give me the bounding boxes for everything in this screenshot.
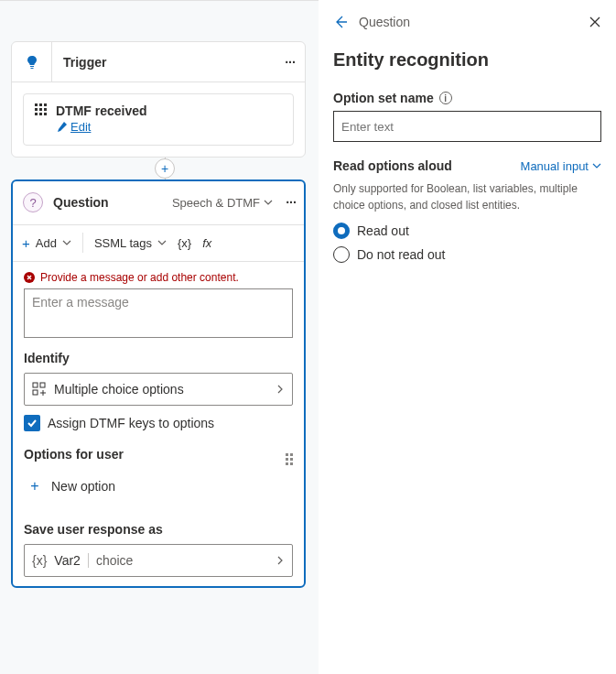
validation-error: Provide a message or add other content. xyxy=(24,271,293,284)
checkbox-checked-icon xyxy=(24,415,40,431)
insert-variable-button[interactable]: {x} xyxy=(178,236,191,250)
variable-icon: {x} xyxy=(32,553,47,568)
radio-unselected-icon xyxy=(333,246,350,263)
error-icon xyxy=(24,272,35,283)
question-icon: ? xyxy=(23,192,43,212)
option-set-name-input[interactable] xyxy=(333,111,601,142)
edit-trigger-link[interactable]: Edit xyxy=(56,120,91,134)
breadcrumb: Question xyxy=(351,15,589,29)
assign-dtmf-checkbox[interactable]: Assign DTMF keys to options xyxy=(24,415,293,431)
formula-button[interactable]: fx xyxy=(202,236,211,250)
close-icon xyxy=(589,16,601,28)
trigger-event-title: DTMF received xyxy=(56,103,282,118)
back-button[interactable] xyxy=(333,15,351,29)
options-label: Options for user xyxy=(24,447,124,462)
trigger-icon xyxy=(12,42,52,82)
reorder-handle[interactable] xyxy=(286,444,293,465)
panel-title: Entity recognition xyxy=(333,49,601,71)
info-icon[interactable]: i xyxy=(439,92,452,104)
trigger-more-button[interactable]: ··· xyxy=(276,55,305,70)
question-title: Question xyxy=(53,195,167,210)
dial-pad-icon xyxy=(35,103,47,115)
entity-icon xyxy=(32,382,47,397)
message-input[interactable]: Enter a message xyxy=(24,288,293,338)
read-aloud-label: Read options aloud xyxy=(333,158,452,173)
read-aloud-help: Only supported for Boolean, list variabl… xyxy=(333,180,601,213)
pencil-icon xyxy=(56,122,67,133)
chevron-down-icon xyxy=(62,238,71,247)
arrow-left-icon xyxy=(333,15,348,29)
chevron-right-icon xyxy=(276,556,285,565)
add-node-button[interactable]: + xyxy=(155,158,175,179)
radio-do-not-read-out[interactable]: Do not read out xyxy=(333,246,601,263)
identify-picker[interactable]: Multiple choice options xyxy=(24,373,293,406)
close-panel-button[interactable] xyxy=(589,16,601,28)
trigger-event-card[interactable]: DTMF received Edit xyxy=(23,93,294,146)
radio-read-out[interactable]: Read out xyxy=(333,223,601,239)
response-variable-picker[interactable]: {x} Var2 choice xyxy=(24,544,293,577)
ssml-tags-button[interactable]: SSML tags xyxy=(94,236,167,250)
identify-label: Identify xyxy=(24,351,293,365)
chevron-right-icon xyxy=(276,385,285,394)
manual-input-toggle[interactable]: Manual input xyxy=(521,159,601,173)
svg-rect-2 xyxy=(40,383,45,387)
trigger-title: Trigger xyxy=(52,55,276,70)
option-set-label: Option set name xyxy=(333,91,434,105)
question-more-button[interactable]: ··· xyxy=(278,195,304,210)
svg-rect-1 xyxy=(33,383,38,387)
svg-rect-3 xyxy=(33,390,38,395)
chevron-down-icon xyxy=(264,198,273,207)
add-content-button[interactable]: + Add xyxy=(22,235,71,251)
radio-selected-icon xyxy=(333,223,350,239)
speech-mode-dropdown[interactable]: Speech & DTMF xyxy=(167,196,278,210)
chevron-down-icon xyxy=(592,161,601,170)
chevron-down-icon xyxy=(157,238,167,247)
new-option-button[interactable]: + New option xyxy=(24,471,293,502)
save-response-label: Save user response as xyxy=(24,522,293,537)
